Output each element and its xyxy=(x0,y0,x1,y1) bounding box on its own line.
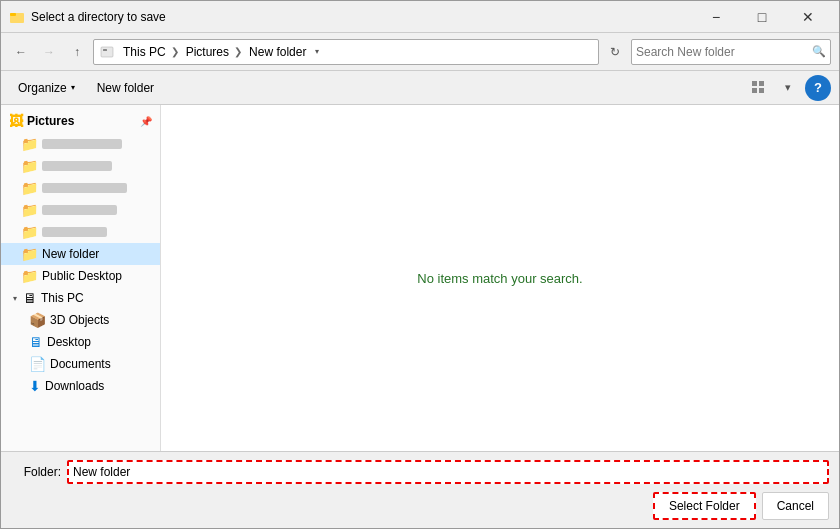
sidebar-item-label-blur-1 xyxy=(42,139,122,149)
help-label: ? xyxy=(814,80,822,95)
thispc-expand-icon: ▾ xyxy=(9,292,21,304)
search-box[interactable]: 🔍 xyxy=(631,39,831,65)
forward-button[interactable]: → xyxy=(37,40,61,64)
sidebar-desktop-item[interactable]: 🖥 Desktop xyxy=(1,331,160,353)
select-folder-button[interactable]: Select Folder xyxy=(653,492,756,520)
sidebar-pictures-header[interactable]: 🖼 Pictures 📌 xyxy=(1,109,160,133)
up-button[interactable]: ↑ xyxy=(65,40,89,64)
dialog-icon xyxy=(9,9,25,25)
sidebar-new-folder-label: New folder xyxy=(42,247,99,261)
desktop-icon: 🖥 xyxy=(29,334,43,350)
sidebar-item-blur-2[interactable]: 📁 xyxy=(1,155,160,177)
back-button[interactable]: ← xyxy=(9,40,33,64)
search-input[interactable] xyxy=(636,45,812,59)
organize-chevron-icon: ▾ xyxy=(71,83,75,92)
breadcrumb-pictures-label[interactable]: Pictures xyxy=(183,44,232,60)
public-desktop-icon: 📁 xyxy=(21,268,38,284)
new-folder-label: New folder xyxy=(97,81,154,95)
file-content: No items match your search. xyxy=(161,105,839,451)
title-bar-buttons: − □ ✕ xyxy=(693,7,831,27)
address-path: This PC ❯ Pictures ❯ New folder xyxy=(100,44,309,60)
folder-icon-3: 📁 xyxy=(21,180,38,196)
organize-label: Organize xyxy=(18,81,67,95)
sidebar-item-label-blur-5 xyxy=(42,227,107,237)
buttons-row: Select Folder Cancel xyxy=(11,492,829,520)
folder-icon-4: 📁 xyxy=(21,202,38,218)
address-bar: ← → ↑ This PC ❯ Pictures ❯ New folder ▾ … xyxy=(1,33,839,71)
new-folder-icon: 📁 xyxy=(21,246,38,262)
help-button[interactable]: ? xyxy=(805,75,831,101)
pictures-folder-icon: 🖼 xyxy=(9,113,23,129)
cancel-button[interactable]: Cancel xyxy=(762,492,829,520)
sidebar-item-label-blur-3 xyxy=(42,183,127,193)
sidebar-item-public-desktop[interactable]: 📁 Public Desktop xyxy=(1,265,160,287)
breadcrumb-thispc[interactable]: This PC ❯ xyxy=(120,44,181,60)
title-bar: Select a directory to save − □ ✕ xyxy=(1,1,839,33)
sidebar-item-label-blur-4 xyxy=(42,205,117,215)
empty-message: No items match your search. xyxy=(417,271,582,286)
sidebar-item-new-folder[interactable]: 📁 New folder xyxy=(1,243,160,265)
address-box[interactable]: This PC ❯ Pictures ❯ New folder ▾ xyxy=(93,39,599,65)
sidebar-thispc-item[interactable]: ▾ 🖥 This PC xyxy=(1,287,160,309)
documents-icon: 📄 xyxy=(29,356,46,372)
sidebar-documents-item[interactable]: 📄 Documents xyxy=(1,353,160,375)
maximize-button[interactable]: □ xyxy=(739,7,785,27)
thispc-icon: 🖥 xyxy=(23,290,37,306)
breadcrumb-pictures[interactable]: Pictures ❯ xyxy=(183,44,244,60)
refresh-button[interactable]: ↻ xyxy=(603,40,627,64)
documents-label: Documents xyxy=(50,357,111,371)
svg-rect-4 xyxy=(752,81,757,86)
3dobjects-icon: 📦 xyxy=(29,312,46,328)
desktop-label: Desktop xyxy=(47,335,91,349)
sidebar-item-blur-5[interactable]: 📁 xyxy=(1,221,160,243)
sidebar-3dobjects-item[interactable]: 📦 3D Objects xyxy=(1,309,160,331)
folder-icon-2: 📁 xyxy=(21,158,38,174)
sidebar-header-label: Pictures xyxy=(27,114,74,128)
address-dropdown-button[interactable]: ▾ xyxy=(309,41,325,63)
folder-input[interactable] xyxy=(67,460,829,484)
thispc-label: This PC xyxy=(41,291,84,305)
sidebar-item-blur-1[interactable]: 📁 xyxy=(1,133,160,155)
svg-rect-3 xyxy=(103,49,107,51)
view-icon xyxy=(752,81,765,94)
folder-icon-1: 📁 xyxy=(21,136,38,152)
dialog-title: Select a directory to save xyxy=(31,10,693,24)
pin-icon: 📌 xyxy=(140,116,152,127)
dialog: Select a directory to save − □ ✕ ← → ↑ T… xyxy=(0,0,840,529)
main-area: 🖼 Pictures 📌 📁 📁 📁 📁 xyxy=(1,105,839,451)
file-area: No items match your search. xyxy=(161,105,839,451)
view-button[interactable] xyxy=(745,75,771,101)
svg-rect-5 xyxy=(759,81,764,86)
select-folder-label: Select Folder xyxy=(669,499,740,513)
folder-icon-5: 📁 xyxy=(21,224,38,240)
folder-row: Folder: xyxy=(11,460,829,484)
svg-rect-1 xyxy=(10,13,16,16)
svg-rect-2 xyxy=(101,47,113,57)
breadcrumb-newfolder[interactable]: New folder xyxy=(246,44,309,60)
svg-rect-7 xyxy=(759,88,764,93)
minimize-button[interactable]: − xyxy=(693,7,739,27)
bottom-bar: Folder: Select Folder Cancel xyxy=(1,451,839,528)
sidebar-item-label-blur-2 xyxy=(42,161,112,171)
downloads-icon: ⬇ xyxy=(29,378,41,394)
sidebar-item-blur-4[interactable]: 📁 xyxy=(1,199,160,221)
sidebar-item-blur-3[interactable]: 📁 xyxy=(1,177,160,199)
breadcrumb-newfolder-label[interactable]: New folder xyxy=(246,44,309,60)
3dobjects-label: 3D Objects xyxy=(50,313,109,327)
view-dropdown-button[interactable]: ▾ xyxy=(775,75,801,101)
organize-button[interactable]: Organize ▾ xyxy=(9,75,84,101)
sidebar-downloads-item[interactable]: ⬇ Downloads xyxy=(1,375,160,397)
breadcrumb-thispc-label[interactable]: This PC xyxy=(120,44,169,60)
sidebar-public-desktop-label: Public Desktop xyxy=(42,269,122,283)
sidebar: 🖼 Pictures 📌 📁 📁 📁 📁 xyxy=(1,105,161,451)
svg-rect-6 xyxy=(752,88,757,93)
close-button[interactable]: ✕ xyxy=(785,7,831,27)
downloads-label: Downloads xyxy=(45,379,104,393)
folder-label: Folder: xyxy=(11,465,61,479)
toolbar: Organize ▾ New folder ▾ ? xyxy=(1,71,839,105)
search-icon: 🔍 xyxy=(812,45,826,58)
new-folder-button[interactable]: New folder xyxy=(88,75,163,101)
cancel-label: Cancel xyxy=(777,499,814,513)
